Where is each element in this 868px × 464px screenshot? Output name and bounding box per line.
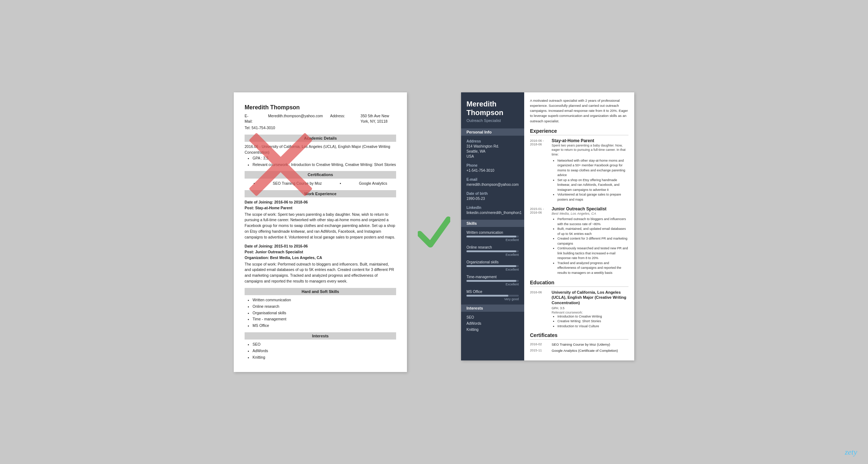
skill-online-bar-bg [466, 250, 519, 252]
work-entry-2: Date of Joining: 2015-01 to 2016-06 Post… [245, 244, 396, 284]
exp-bullet-2-2: Built, maintained, and updated email dat… [557, 227, 628, 236]
tel-label: Tel: [245, 126, 250, 130]
skill-time-rating: Excellent [466, 283, 519, 286]
post-label-2: Post: [245, 250, 254, 254]
address-label: Address [466, 139, 519, 143]
skill-ms-name: MS Office [466, 290, 519, 294]
address-info: Address 314 Washington Rd.Seattle, WAUSA [466, 139, 519, 159]
interest-1: SEO [253, 342, 396, 347]
work-2-org-label: Organization: Best Media, Los Angeles, C… [245, 255, 396, 261]
cert-name-1: SEO Training Course by Moz (Udemy) [552, 342, 610, 346]
post-value-2: Junior Outreach Specialist [255, 250, 303, 254]
skill-org-bar-fill [466, 265, 516, 267]
interest-3: Knitting [253, 355, 396, 360]
skill-3: Organisational skills [253, 310, 396, 316]
cert-entry-1: 2016-02 SEO Training Course by Moz (Udem… [530, 342, 628, 346]
contact-row-1: E-Mail: Meredith.thompson@yahoo.com Addr… [245, 113, 396, 125]
cert-1: SEO Training Course by Moz [273, 181, 322, 187]
skill-online-bar-fill [466, 250, 516, 252]
contact-row-2: Tel: 541-754-3010 [245, 125, 396, 131]
skill-org: Organizational skills Excellent [466, 260, 519, 271]
certs-title: Certificates [530, 332, 628, 340]
work-header: Work Experience [245, 190, 396, 198]
linkedin-label: LinkedIn [466, 206, 519, 210]
skill-org-name: Organizational skills [466, 260, 519, 264]
skill-time: Time-management Excellent [466, 275, 519, 286]
exp-bullet-1-3: Volunteered at local garage sales to pre… [557, 192, 628, 202]
edu-line: 2016.06 - University of California, Los … [245, 144, 396, 156]
linkedin-value: linkedin.com/meredith_thomphon1 [466, 210, 519, 215]
phone-value: +1-541-754-3010 [466, 168, 519, 173]
right-title: Outreach Specialist [466, 118, 519, 123]
skill-written: Written communication Excellent [466, 231, 519, 242]
edu-coursework-label: Relevant coursework: [552, 311, 628, 314]
address-label: Address: [330, 113, 345, 125]
interests-list: SEO AdWords Knitting [245, 342, 396, 360]
skill-online-name: Online research [466, 245, 519, 249]
exp-bullet-1-1: Networked with other stay-at-home moms a… [557, 158, 628, 178]
dob-info: Date of birth 1990-05-23 [466, 192, 519, 201]
edu-coursework: Relevant coursework : Introduction to Cr… [253, 162, 396, 168]
skill-org-bar-bg [466, 265, 519, 267]
sidebar: Meredith Thompson Outreach Specialist Pe… [461, 92, 524, 361]
interests-header: Interests [245, 332, 396, 340]
cert-entry-2: 2015-11 Google Analytics (Certificate of… [530, 349, 628, 353]
skill-online-rating: Excellent [466, 253, 519, 257]
cert-row: • SEO Training Course by Moz • Google An… [245, 181, 396, 187]
work-2-scope: The scope of work: Performed outreach to… [245, 262, 396, 284]
interest-adwords: AdWords [466, 321, 519, 325]
exp-entry-1: 2016-06 -2018-06 Stay-at-Home Parent Spe… [530, 138, 628, 202]
skill-4: Time - management [253, 316, 396, 322]
exp-body-1: Stay-at-Home Parent Spent two years pare… [552, 138, 628, 202]
phone-info: Phone +1-541-754-3010 [466, 163, 519, 173]
work-2-date-label: Date of Joining: 2015-01 to 2016-06 [245, 244, 396, 249]
cert-bullet-2: • [340, 181, 341, 187]
edu-right-body-1: University of California, Los Angeles (U… [552, 290, 628, 329]
certs-header: Certifications [245, 171, 396, 179]
tel-value: 541-754-3010 [251, 126, 275, 130]
cert-2: Google Analytics [359, 181, 387, 187]
skill-time-bar-bg [466, 280, 519, 282]
skills-list: Written communication Online research Or… [245, 297, 396, 329]
main-container: Meredith Thompson E-Mail: Meredith.thomp… [234, 92, 634, 372]
skill-ms-rating: Very good [466, 297, 519, 301]
exp-title-2: Junior Outreach Specialist [552, 206, 628, 211]
skill-time-bar-fill [466, 280, 516, 282]
cert-date-2: 2015-11 [530, 349, 548, 353]
resume-left: Meredith Thompson E-Mail: Meredith.thomp… [234, 92, 407, 372]
summary-text: A motivated outreach specialist with 2 y… [530, 98, 628, 124]
interest-seo: SEO [466, 315, 519, 319]
linkedin-info: LinkedIn linkedin.com/meredith_thomphon1 [466, 206, 519, 215]
exp-entry-2: 2015-01 -2016-06 Junior Outreach Special… [530, 206, 628, 275]
exp-desc-1: Spent two years parenting a baby daughte… [552, 143, 628, 157]
skill-org-rating: Excellent [466, 268, 519, 271]
interests-sidebar-title: Interests [461, 305, 524, 312]
work-entry-1: Date of Joining: 2016-06 to 2018-06 Post… [245, 200, 396, 240]
experience-title: Experience [530, 128, 628, 135]
cert-date-1: 2016-02 [530, 342, 548, 346]
email-info: E-mail meredith.thompson@yahoo.com [466, 178, 519, 187]
exp-date-1: 2016-06 -2018-06 [530, 138, 548, 202]
education-title: Education [530, 280, 628, 287]
exp-company-2: Best Media, Los Angeles, CA [552, 211, 628, 215]
skill-written-bar-fill [466, 236, 516, 237]
edu-right-school-1: University of California, Los Angeles (U… [552, 290, 628, 305]
cert-bullet: • [254, 181, 255, 187]
exp-bullets-2: Performed outreach to bloggers and influ… [557, 217, 628, 275]
address-value: 350 5th Ave New York, NY, 10118 [360, 113, 396, 125]
exp-bullet-2-3: Created content for 3 different PR and m… [557, 236, 628, 246]
course-1: Introduction to Creative Writing [557, 314, 628, 319]
date-of-joining-label-1: Date of Joining: [245, 200, 273, 204]
email-sidebar-label: E-mail [466, 178, 519, 181]
date-of-joining-label-2: Date of Joining: [245, 244, 273, 248]
work-1-date-label: Date of Joining: 2016-06 to 2018-06 [245, 200, 396, 205]
main-content: A motivated outreach specialist with 2 y… [524, 92, 634, 361]
skill-5: MS Office [253, 323, 396, 329]
skill-written-bar-bg [466, 236, 519, 237]
post-label-1: Post: [245, 206, 254, 210]
scope-label-1: The scope of work: [245, 212, 277, 216]
org-value-2: Best Media, Los Angeles, CA [270, 255, 322, 260]
checkmark-icon [418, 214, 450, 250]
email-value: Meredith.thompson@yahoo.com [268, 113, 323, 125]
work-1-scope: The scope of work: Spent two years paren… [245, 212, 396, 240]
